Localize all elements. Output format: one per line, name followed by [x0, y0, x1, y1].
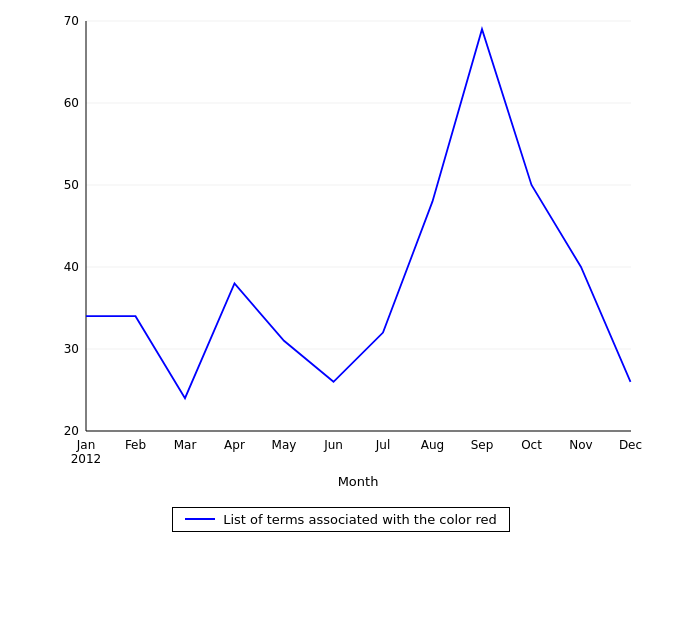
x-tick-sep: Sep [471, 438, 494, 452]
x-tick-mar: Mar [174, 438, 197, 452]
x-tick-jan: Jan [76, 438, 96, 452]
y-tick-20: 20 [64, 424, 79, 438]
x-tick-jun: Jun [323, 438, 343, 452]
y-tick-40: 40 [64, 260, 79, 274]
x-tick-may: May [272, 438, 297, 452]
x-axis-label: Month [338, 474, 379, 489]
x-tick-nov: Nov [569, 438, 592, 452]
x-tick-jul: Jul [375, 438, 390, 452]
y-tick-30: 30 [64, 342, 79, 356]
x-tick-dec: Dec [619, 438, 642, 452]
legend-line-icon [185, 518, 215, 520]
x-tick-2012: 2012 [71, 452, 102, 466]
data-line [86, 29, 631, 398]
x-tick-feb: Feb [125, 438, 146, 452]
x-tick-aug: Aug [421, 438, 444, 452]
y-tick-70: 70 [64, 14, 79, 28]
legend-label: List of terms associated with the color … [223, 512, 497, 527]
x-tick-oct: Oct [521, 438, 542, 452]
x-tick-apr: Apr [224, 438, 245, 452]
chart-legend: List of terms associated with the color … [172, 507, 510, 532]
y-tick-50: 50 [64, 178, 79, 192]
line-chart: 70 60 50 40 30 20 Jan 2012 Feb Mar Apr M… [31, 11, 651, 501]
y-tick-60: 60 [64, 96, 79, 110]
chart-container: 70 60 50 40 30 20 Jan 2012 Feb Mar Apr M… [11, 11, 671, 611]
